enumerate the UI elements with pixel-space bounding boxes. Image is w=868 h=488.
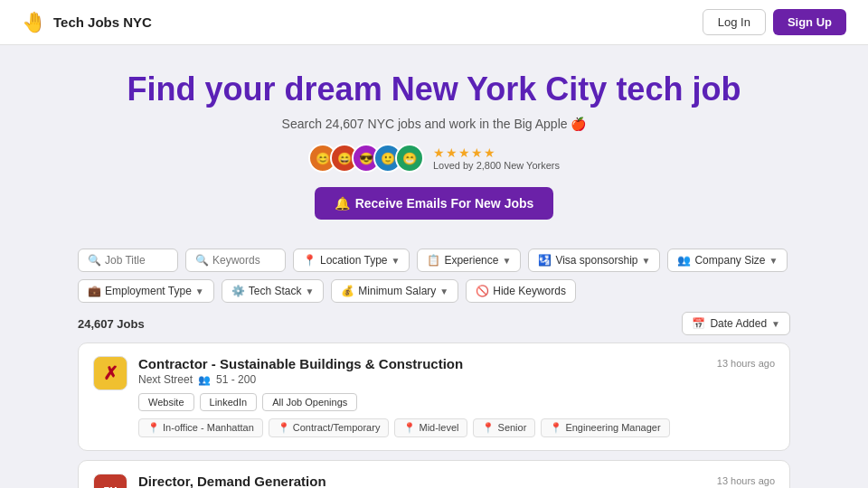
job-tags: 📍 In-office - Manhattan📍 Contract/Tempor… bbox=[138, 418, 670, 437]
hero-headline: Find your dream New York City tech job bbox=[18, 70, 850, 108]
job-info: Director, Demand Generation EMARKETER 👥 … bbox=[138, 474, 326, 488]
star-rating: ★★★★★ bbox=[433, 145, 496, 160]
job-card-top: EM Director, Demand Generation EMARKETER… bbox=[93, 474, 775, 488]
filter-company-size[interactable]: 👥Company Size▼ bbox=[667, 249, 788, 272]
sort-icon: 📅 bbox=[692, 317, 705, 330]
bell-icon: 🔔 bbox=[335, 196, 350, 211]
experience-icon: 📋 bbox=[427, 254, 440, 267]
filter-hide-keywords[interactable]: 🚫Hide Keywords bbox=[466, 279, 576, 303]
social-proof: 😊 😄 😎 🙂 😁 ★★★★★ Loved by 2,800 New Yorke… bbox=[18, 144, 850, 173]
job-cards-container: ✗ Contractor - Sustainable Buildings & C… bbox=[78, 343, 790, 488]
header-buttons: Log In Sign Up bbox=[703, 9, 846, 35]
hide-keywords-label: Hide Keywords bbox=[493, 285, 566, 297]
cta-label: Receive Emails For New Jobs bbox=[355, 196, 534, 211]
visa-sponsorship-label: Visa sponsorship bbox=[555, 254, 637, 267]
keywords-input[interactable] bbox=[212, 254, 276, 267]
experience-label: Experience bbox=[444, 254, 498, 267]
company-logo: EM bbox=[93, 474, 127, 488]
filter-employment-type[interactable]: 💼Employment Type▼ bbox=[78, 279, 214, 303]
company-size: 51 - 200 bbox=[216, 373, 256, 386]
location-type-icon: 📍 bbox=[303, 254, 316, 267]
avatar: 😁 bbox=[395, 144, 424, 173]
hero-section: Find your dream New York City tech job S… bbox=[0, 45, 868, 249]
company-logo: ✗ bbox=[93, 356, 127, 390]
job-tag: 📍 Engineering Manager bbox=[541, 418, 669, 437]
avatar-group: 😊 😄 😎 🙂 😁 bbox=[308, 144, 424, 173]
filter-keywords[interactable]: 🔍 bbox=[185, 249, 286, 272]
filter-tech-stack[interactable]: ⚙️Tech Stack▼ bbox=[222, 279, 325, 303]
filter-experience[interactable]: 📋Experience▼ bbox=[417, 249, 521, 272]
job-links: WebsiteLinkedInAll Job Openings bbox=[138, 393, 670, 411]
filters-section: 🔍🔍📍Location Type▼📋Experience▼🛂Visa spons… bbox=[63, 249, 805, 303]
hero-subtext: Search 24,607 NYC jobs and work in the B… bbox=[18, 117, 850, 131]
logo: 🤚 Tech Jobs NYC bbox=[22, 11, 152, 34]
company-name: Next Street bbox=[138, 373, 193, 386]
tech-stack-label: Tech Stack bbox=[249, 285, 302, 297]
location-type-label: Location Type bbox=[320, 254, 388, 267]
filter-job-title[interactable]: 🔍 bbox=[78, 249, 178, 272]
minimum-salary-icon: 💰 bbox=[341, 285, 354, 297]
filter-minimum-salary[interactable]: 💰Minimum Salary▼ bbox=[331, 279, 458, 303]
job-title: Contractor - Sustainable Buildings & Con… bbox=[138, 356, 670, 371]
job-card[interactable]: ✗ Contractor - Sustainable Buildings & C… bbox=[78, 343, 790, 451]
tech-stack-chevron-icon: ▼ bbox=[305, 286, 314, 296]
job-title-icon: 🔍 bbox=[88, 254, 101, 267]
email-cta-button[interactable]: 🔔 Receive Emails For New Jobs bbox=[315, 187, 554, 220]
job-time: 13 hours ago bbox=[717, 475, 775, 486]
minimum-salary-label: Minimum Salary bbox=[358, 285, 436, 297]
job-tag: 📍 Senior bbox=[473, 418, 535, 437]
visa-sponsorship-chevron-icon: ▼ bbox=[642, 256, 651, 266]
job-title-input[interactable] bbox=[105, 254, 168, 267]
filter-row-2: 💼Employment Type▼⚙️Tech Stack▼💰Minimum S… bbox=[78, 279, 790, 303]
job-tag: 📍 In-office - Manhattan bbox=[138, 418, 263, 437]
signup-button[interactable]: Sign Up bbox=[773, 9, 846, 35]
logo-icon: 🤚 bbox=[22, 11, 46, 34]
employment-type-label: Employment Type bbox=[105, 285, 192, 297]
job-time: 13 hours ago bbox=[717, 358, 775, 369]
loved-count: Loved by 2,800 New Yorkers bbox=[433, 160, 560, 171]
job-card-left: ✗ Contractor - Sustainable Buildings & C… bbox=[93, 356, 670, 437]
cta-wrap: 🔔 Receive Emails For New Jobs bbox=[18, 187, 850, 220]
job-tag: 📍 Contract/Temporary bbox=[269, 418, 390, 437]
company-size-icon: 👥 bbox=[198, 374, 211, 386]
visa-sponsorship-icon: 🛂 bbox=[538, 254, 552, 267]
employment-type-chevron-icon: ▼ bbox=[195, 286, 204, 296]
filter-location-type[interactable]: 📍Location Type▼ bbox=[293, 249, 410, 272]
results-header: 24,607 Jobs 📅 Date Added ▼ bbox=[78, 312, 790, 335]
job-info: Contractor - Sustainable Buildings & Con… bbox=[138, 356, 670, 437]
header: 🤚 Tech Jobs NYC Log In Sign Up bbox=[0, 0, 868, 45]
keywords-icon: 🔍 bbox=[195, 254, 209, 267]
job-link-linkedin[interactable]: LinkedIn bbox=[200, 393, 258, 411]
tech-stack-icon: ⚙️ bbox=[231, 285, 245, 297]
filter-row-1: 🔍🔍📍Location Type▼📋Experience▼🛂Visa spons… bbox=[78, 249, 790, 272]
results-section: 24,607 Jobs 📅 Date Added ▼ ✗ Contractor … bbox=[63, 312, 805, 488]
company-row: Next Street 👥 51 - 200 bbox=[138, 373, 670, 386]
filter-visa-sponsorship[interactable]: 🛂Visa sponsorship▼ bbox=[528, 249, 660, 272]
company-size-chevron-icon: ▼ bbox=[769, 256, 778, 266]
job-card-left: EM Director, Demand Generation EMARKETER… bbox=[93, 474, 326, 488]
results-count: 24,607 Jobs bbox=[78, 317, 145, 331]
logo-text: Tech Jobs NYC bbox=[53, 14, 152, 30]
job-card[interactable]: EM Director, Demand Generation EMARKETER… bbox=[78, 460, 790, 488]
location-type-chevron-icon: ▼ bbox=[392, 256, 401, 266]
sort-chevron-icon: ▼ bbox=[771, 319, 780, 329]
job-tag: 📍 Mid-level bbox=[394, 418, 467, 437]
employment-type-icon: 💼 bbox=[88, 285, 101, 297]
company-size-label: Company Size bbox=[694, 254, 765, 267]
rating-info: ★★★★★ Loved by 2,800 New Yorkers bbox=[433, 145, 560, 171]
job-link-all-job-openings[interactable]: All Job Openings bbox=[262, 393, 357, 411]
hide-keywords-icon: 🚫 bbox=[476, 285, 489, 297]
minimum-salary-chevron-icon: ▼ bbox=[439, 286, 448, 296]
company-size-icon: 👥 bbox=[677, 254, 691, 267]
sort-label: Date Added bbox=[710, 317, 767, 330]
login-button[interactable]: Log In bbox=[703, 9, 766, 35]
job-card-top: ✗ Contractor - Sustainable Buildings & C… bbox=[93, 356, 775, 437]
sort-button[interactable]: 📅 Date Added ▼ bbox=[682, 312, 790, 335]
experience-chevron-icon: ▼ bbox=[502, 256, 511, 266]
job-title: Director, Demand Generation bbox=[138, 474, 326, 488]
job-link-website[interactable]: Website bbox=[138, 393, 194, 411]
